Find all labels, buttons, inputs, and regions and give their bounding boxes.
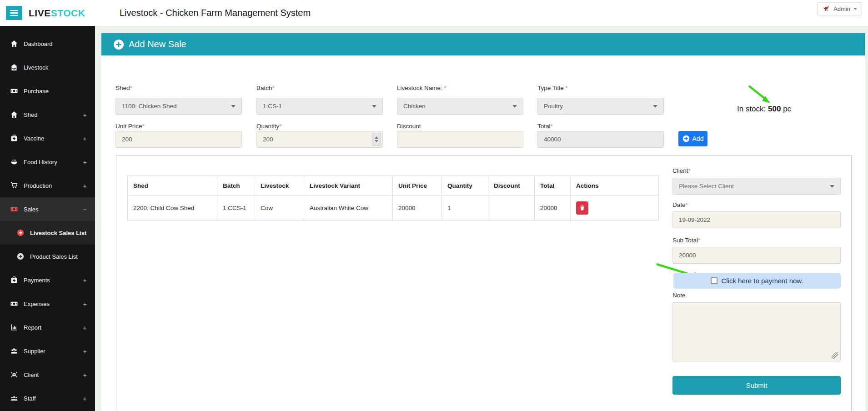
food-icon: [10, 158, 18, 166]
briefcase-icon: [10, 276, 18, 284]
money-icon: [10, 206, 18, 213]
sidebar-item-production[interactable]: Production +: [0, 174, 95, 197]
sidebar-item-staff[interactable]: Staff +: [0, 386, 95, 410]
quantity-label: Quantity*: [256, 123, 282, 130]
col-header-actions: Actions: [571, 176, 659, 195]
total-input[interactable]: [537, 131, 664, 148]
chart-icon: [10, 324, 18, 331]
admin-label: Admin: [833, 5, 850, 12]
barn-icon: [10, 64, 18, 71]
col-header-batch: Batch: [217, 176, 255, 195]
plus-circle-icon: [113, 39, 124, 50]
users-icon: [10, 347, 18, 355]
payment-now-toggle[interactable]: Click here to payment now.: [673, 273, 841, 289]
unit-price-label: Unit Price*: [115, 123, 145, 130]
sidebar-item-report[interactable]: Report +: [0, 316, 95, 339]
shed-select[interactable]: 1100: Chicken Shed: [115, 98, 242, 115]
sidebar-item-expenses[interactable]: Expenses +: [0, 292, 95, 316]
quantity-input[interactable]: [256, 131, 383, 148]
payment-checkbox-label[interactable]: Click here to payment now.: [721, 277, 803, 285]
sale-items-table: Shed Batch Livestock Livestock Variant U…: [127, 175, 659, 221]
batch-label: Batch*: [256, 85, 275, 91]
cell-unit-price: 20000: [393, 195, 442, 221]
note-textarea[interactable]: [672, 302, 841, 361]
chevron-down-icon: [372, 105, 376, 108]
plus-circle-icon: [682, 135, 690, 142]
sidebar-item-livestock-sales-list[interactable]: Livestock Sales List: [0, 221, 95, 245]
sidebar-item-vaccine[interactable]: Vaccine +: [0, 126, 95, 150]
cell-shed: 2200: Child Cow Shed: [128, 195, 217, 221]
people-icon: [10, 395, 18, 402]
cart-icon: [10, 182, 18, 190]
payment-checkbox[interactable]: [711, 277, 717, 284]
cell-livestock-variant: Australian White Cow: [304, 195, 393, 221]
delete-row-button[interactable]: [576, 201, 588, 215]
money-icon: [10, 87, 18, 95]
sidebar-item-payments[interactable]: Payments +: [0, 268, 95, 292]
chevron-down-icon: [830, 185, 834, 188]
chevron-down-icon: [853, 8, 857, 10]
col-header-unit-price: Unit Price: [393, 176, 442, 195]
sidebar-item-food-history[interactable]: Food History +: [0, 150, 95, 174]
col-header-total: Total: [535, 176, 571, 195]
sidebar-item-supplier[interactable]: Supplier +: [0, 339, 95, 363]
table-row: 2200: Child Cow Shed 1:CCS-1 Cow Austral…: [128, 195, 659, 221]
col-header-livestock-variant: Livestock Variant: [304, 176, 393, 195]
sidebar: Dashboard Livestock Purchase Shed + Vacc…: [0, 26, 95, 411]
chevron-down-icon: [512, 105, 517, 108]
sidebar-item-purchase[interactable]: Purchase: [0, 79, 95, 103]
sidebar-item-sales[interactable]: Sales −: [0, 197, 95, 221]
unit-price-input[interactable]: [115, 131, 242, 148]
cell-discount: [488, 195, 535, 221]
medkit-icon: [10, 135, 18, 142]
cell-quantity: 1: [442, 195, 488, 221]
col-header-shed: Shed: [128, 176, 217, 195]
panel-body: Shed* Batch* Livestock Name: * Type Titl…: [101, 55, 865, 411]
hamburger-menu-icon[interactable]: [6, 6, 22, 20]
in-stock-text: In stock: 500 pc: [737, 105, 791, 114]
quantity-stepper[interactable]: [372, 133, 381, 146]
rooster-icon: [822, 5, 830, 13]
panel-header: Add New Sale: [101, 33, 865, 55]
app-root: LIVESTOCK Livestock - Chicken Farm Manag…: [0, 0, 868, 411]
sidebar-item-dashboard[interactable]: Dashboard: [0, 32, 95, 55]
livestock-name-select[interactable]: Chicken: [397, 98, 523, 115]
cell-actions: [571, 195, 659, 221]
green-arrow-icon: [747, 85, 774, 107]
sidebar-item-shed[interactable]: Shed +: [0, 103, 95, 126]
panel-title: Add New Sale: [129, 39, 186, 50]
submit-button[interactable]: Submit: [672, 376, 841, 395]
admin-dropdown[interactable]: Admin: [817, 2, 862, 15]
topbar: LIVESTOCK Livestock - Chicken Farm Manag…: [0, 0, 868, 26]
discount-label: Discount: [397, 123, 421, 130]
note-label: Note: [672, 292, 686, 299]
discount-input[interactable]: [397, 131, 523, 148]
sub-total-input[interactable]: [672, 247, 841, 264]
cell-total: 20000: [535, 195, 571, 221]
client-select[interactable]: Please Select Client: [672, 178, 841, 195]
sub-total-label: Sub Total*: [672, 237, 700, 244]
chevron-down-icon: [231, 105, 236, 108]
sale-items-container: Shed Batch Livestock Livestock Variant U…: [116, 155, 852, 411]
sidebar-item-product-sales-list[interactable]: Product Sales List: [0, 245, 95, 268]
add-button[interactable]: Add: [678, 131, 707, 146]
date-input[interactable]: [672, 211, 841, 228]
total-label: Total*: [537, 123, 553, 130]
sidebar-item-client[interactable]: Client +: [0, 363, 95, 386]
money-icon: [10, 300, 18, 308]
brand-stock: STOCK: [51, 8, 85, 19]
brand-logo: LIVESTOCK: [29, 0, 85, 26]
home-icon: [10, 111, 18, 119]
type-title-select[interactable]: Poultry: [537, 98, 664, 115]
brand-live: LIVE: [29, 8, 51, 19]
batch-select[interactable]: 1:CS-1: [256, 98, 383, 115]
sidebar-item-livestock[interactable]: Livestock: [0, 55, 95, 79]
chevron-down-icon: [653, 105, 657, 108]
livestock-name-label: Livestock Name: *: [397, 85, 447, 91]
client-label: Client*: [672, 167, 691, 174]
col-header-quantity: Quantity: [442, 176, 488, 195]
page-title: Livestock - Chicken Farm Management Syst…: [120, 0, 311, 26]
type-title-label: Type Title *: [537, 85, 568, 91]
col-header-discount: Discount: [488, 176, 535, 195]
home-icon: [10, 40, 18, 48]
